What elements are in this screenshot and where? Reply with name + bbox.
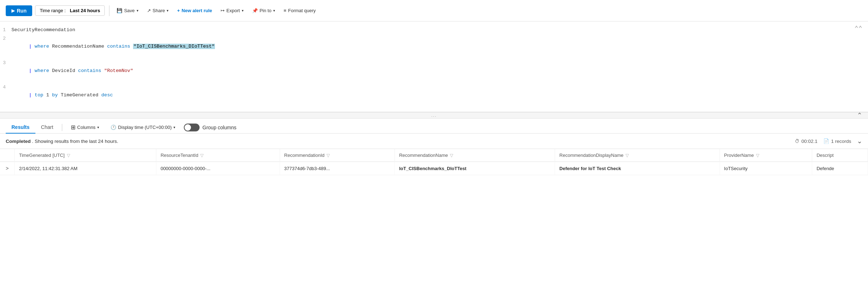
table-row: > 2/14/2022, 11:42:31.382 AM 00000000-00… [0,162,868,175]
table-body: > 2/14/2022, 11:42:31.382 AM 00000000-00… [0,162,868,175]
line-number-1: 1 [0,26,11,34]
td-display-name: Defender for IoT Test Check [555,162,720,175]
time-range-button[interactable]: Time range : Last 24 hours [35,5,105,16]
query-line-2: 2 | where RecommendationName contains "I… [0,34,868,59]
record-count: 1 records [831,139,851,144]
filter-icon-recname[interactable]: ▽ [450,153,453,158]
pin-chevron-icon: ▾ [273,9,275,13]
td-expand: > [0,162,15,175]
pin-icon: 📌 [252,8,258,13]
td-rec-name: IoT_CISBenchmarks_DIoTTest [394,162,555,175]
line-number-4: 4 [0,83,11,91]
results-section: Results Chart ⊞ Columns ▾ 🕐 Display time… [0,119,868,289]
elapsed-time: 00:02.1 [801,139,818,144]
td-provider: IoTSecurity [720,162,812,175]
results-table: TimeGenerated [UTC] ▽ ResourceTenantId ▽… [0,149,868,175]
line-content-1: SecurityRecommendation [11,26,75,34]
run-label: Run [17,8,26,14]
status-right: ⏱ 00:02.1 📄 1 records ⌄ [795,137,862,145]
query-line-1: 1 SecurityRecommendation [0,26,868,34]
th-time-generated: TimeGenerated [UTC] ▽ [15,149,156,162]
timer-icon: ⏱ [795,139,800,144]
record-count-item: 📄 1 records [823,138,851,144]
th-resource-tenant: ResourceTenantId ▽ [156,149,280,162]
results-tabs: Results Chart ⊞ Columns ▾ 🕐 Display time… [0,119,868,134]
collapse-icon[interactable]: ⌃⌃ [854,25,862,32]
group-columns-toggle[interactable] [184,124,200,131]
tab-results-label: Results [11,124,30,130]
line-content-4: | top 1 by TimeGenerated desc [11,83,113,107]
pin-to-label: Pin to [260,8,271,13]
td-description: Defende [812,162,868,175]
group-columns-label: Group columns [202,125,236,130]
filter-icon-recid[interactable]: ▽ [327,153,330,158]
expand-results-button[interactable]: ⌄ [857,137,862,145]
toolbar-separator-1 [109,5,109,16]
group-columns-toggle-wrapper: Group columns [184,124,236,131]
query-editor[interactable]: 1 SecurityRecommendation 2 | where Recom… [0,21,868,112]
time-range-prefix: Time range : [40,8,66,13]
filter-icon-tenant[interactable]: ▽ [200,153,203,158]
line-number-2: 2 [0,35,11,43]
format-query-icon: ≡ [284,8,286,13]
row-expand-button[interactable]: > [4,165,10,171]
tab-results[interactable]: Results [6,121,35,134]
td-time: 2/14/2022, 11:42:31.382 AM [15,162,156,175]
filter-icon-provider[interactable]: ▽ [756,153,759,158]
share-chevron-icon: ▾ [167,9,168,13]
time-range-value: Last 24 hours [70,8,100,13]
th-provider-name: ProviderName ▽ [720,149,812,162]
filter-icon-time[interactable]: ▽ [67,153,70,158]
tabs-separator [62,124,62,131]
export-button[interactable]: ↦ Export ▾ [218,6,246,15]
line-number-3: 3 [0,59,11,67]
query-line-3: 3 | where DeviceId contains "RotemNov" [0,59,868,83]
run-button[interactable]: ▶ Run [6,5,32,16]
status-detail: . Showing results from the last 24 hours… [32,139,118,144]
th-expand [0,149,15,162]
tab-controls: ⊞ Columns ▾ 🕐 Display time (UTC+00:00) ▾… [68,122,236,132]
status-text: Completed . Showing results from the las… [6,139,118,144]
resize-handle[interactable]: ... ⌃ [0,112,868,119]
resize-dots: ... [431,113,437,117]
export-label: Export [226,8,240,13]
elapsed-time-item: ⏱ 00:02.1 [795,139,818,144]
toggle-thumb [185,124,191,131]
th-recommendation-name: RecommendationName ▽ [394,149,555,162]
new-alert-plus-icon: + [177,8,180,13]
columns-icon: ⊞ [71,124,75,131]
records-icon: 📄 [823,138,829,144]
th-description: Descript [812,149,868,162]
display-time-button[interactable]: 🕐 Display time (UTC+00:00) ▾ [108,123,178,131]
th-recommendation-id: RecommendationId ▽ [280,149,394,162]
format-query-button[interactable]: ≡ Format query [281,6,319,15]
collapse-button[interactable]: ⌃ [857,111,862,119]
filter-icon-displayname[interactable]: ▽ [626,153,629,158]
share-icon: ↗ [147,8,151,13]
save-chevron-icon: ▾ [137,9,138,13]
columns-button[interactable]: ⊞ Columns ▾ [68,122,102,132]
pin-to-button[interactable]: 📌 Pin to ▾ [249,6,278,15]
results-table-wrapper[interactable]: TimeGenerated [UTC] ▽ ResourceTenantId ▽… [0,149,868,289]
editor-collapse-area: ⌃⌃ [854,24,862,32]
new-alert-button[interactable]: + New alert rule [174,6,215,15]
share-label: Share [153,8,165,13]
display-time-label: Display time (UTC+00:00) [118,125,172,130]
table-header: TimeGenerated [UTC] ▽ ResourceTenantId ▽… [0,149,868,162]
status-bar: Completed . Showing results from the las… [0,134,868,149]
new-alert-label: New alert rule [182,8,212,13]
td-tenant: 00000000-0000-0000-... [156,162,280,175]
save-icon: 💾 [117,8,122,13]
toolbar: ▶ Run Time range : Last 24 hours 💾 Save … [0,0,868,21]
format-query-label: Format query [288,8,316,13]
td-rec-id: 377374d6-7db3-489... [280,162,394,175]
line-content-3: | where DeviceId contains "RotemNov" [11,59,133,83]
share-button[interactable]: ↗ Share ▾ [144,6,172,15]
th-display-name: RecommendationDisplayName ▽ [555,149,720,162]
tab-chart[interactable]: Chart [35,121,59,134]
save-label: Save [124,8,135,13]
save-button[interactable]: 💾 Save ▾ [114,6,141,15]
export-chevron-icon: ▾ [242,9,244,13]
columns-chevron-icon: ▾ [97,125,99,129]
display-time-chevron-icon: ▾ [173,125,175,129]
